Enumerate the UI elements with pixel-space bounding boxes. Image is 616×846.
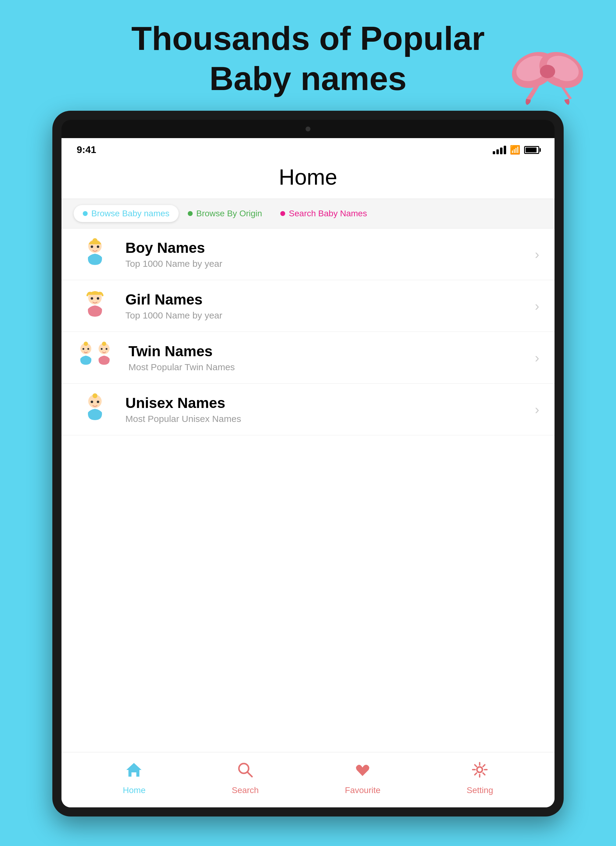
names-list: Boy Names Top 1000 Name by year › bbox=[62, 228, 554, 496]
boy-names-chevron: › bbox=[535, 247, 539, 262]
status-icons: 📶 bbox=[493, 145, 539, 155]
svg-point-13 bbox=[82, 348, 84, 350]
girl-names-emoji bbox=[77, 289, 113, 322]
favourite-icon bbox=[354, 761, 371, 783]
tablet-top-bar bbox=[62, 120, 554, 138]
nav-favourite-label: Favourite bbox=[345, 786, 381, 795]
unisex-names-chevron: › bbox=[535, 402, 539, 417]
svg-point-10 bbox=[91, 297, 93, 300]
svg-point-19 bbox=[102, 342, 106, 346]
girl-names-item[interactable]: Girl Names Top 1000 Name by year › bbox=[62, 280, 554, 332]
tab-dot-search bbox=[280, 211, 285, 216]
svg-point-14 bbox=[87, 348, 89, 350]
boy-names-item[interactable]: Boy Names Top 1000 Name by year › bbox=[62, 228, 554, 280]
boy-names-title: Boy Names bbox=[125, 239, 535, 256]
tab-label-origin: Browse By Origin bbox=[196, 209, 262, 219]
bow-decoration bbox=[510, 43, 585, 106]
tab-label-search: Search Baby Names bbox=[289, 209, 367, 219]
unisex-names-item[interactable]: Unisex Names Most Popular Unisex Names › bbox=[62, 383, 554, 435]
nav-favourite[interactable]: Favourite bbox=[345, 761, 381, 795]
svg-point-18 bbox=[106, 348, 107, 350]
search-icon bbox=[237, 761, 253, 783]
unisex-names-text: Unisex Names Most Popular Unisex Names bbox=[125, 395, 535, 424]
girl-names-text: Girl Names Top 1000 Name by year bbox=[125, 291, 535, 321]
twin-names-subtitle: Most Popular Twin Names bbox=[128, 362, 535, 372]
status-bar: 9:41 📶 bbox=[62, 138, 554, 159]
girl-names-chevron: › bbox=[535, 298, 539, 314]
svg-point-7 bbox=[97, 245, 99, 248]
svg-line-35 bbox=[475, 773, 476, 775]
tablet-frame: 9:41 📶 Home Browse Baby names bbox=[52, 111, 564, 817]
tablet-camera bbox=[306, 126, 310, 131]
battery-icon bbox=[524, 146, 539, 154]
tab-bar: Browse Baby names Browse By Origin Searc… bbox=[62, 199, 554, 228]
nav-home-label: Home bbox=[123, 786, 146, 795]
nav-setting[interactable]: Setting bbox=[466, 761, 493, 795]
svg-point-17 bbox=[101, 348, 103, 350]
svg-point-4 bbox=[540, 65, 555, 78]
bottom-nav: Home Search Favourite bbox=[62, 752, 554, 807]
nav-search-label: Search bbox=[232, 786, 259, 795]
girl-names-title: Girl Names bbox=[125, 291, 535, 308]
svg-marker-24 bbox=[126, 763, 141, 777]
boy-names-emoji bbox=[77, 238, 113, 271]
svg-point-15 bbox=[84, 342, 88, 346]
svg-point-8 bbox=[93, 238, 97, 243]
unisex-names-title: Unisex Names bbox=[125, 395, 535, 411]
boy-names-text: Boy Names Top 1000 Name by year bbox=[125, 239, 535, 269]
svg-point-22 bbox=[97, 401, 99, 403]
tab-browse-baby-names[interactable]: Browse Baby names bbox=[74, 205, 179, 222]
unisex-names-subtitle: Most Popular Unisex Names bbox=[125, 414, 535, 424]
nav-setting-label: Setting bbox=[466, 786, 493, 795]
nav-search[interactable]: Search bbox=[232, 761, 259, 795]
svg-point-27 bbox=[477, 767, 482, 773]
tab-dot-browse bbox=[83, 211, 88, 216]
twin-names-text: Twin Names Most Popular Twin Names bbox=[128, 343, 535, 372]
svg-point-23 bbox=[93, 393, 97, 398]
app-header-title: Home bbox=[62, 159, 554, 199]
unisex-names-emoji bbox=[77, 393, 113, 426]
tab-search-baby-names[interactable]: Search Baby Names bbox=[271, 205, 376, 222]
twin-names-item[interactable]: Twin Names Most Popular Twin Names › bbox=[62, 332, 554, 383]
tablet-screen: 9:41 📶 Home Browse Baby names bbox=[62, 138, 554, 807]
svg-point-21 bbox=[91, 401, 93, 403]
svg-line-26 bbox=[247, 772, 252, 777]
setting-icon bbox=[472, 761, 488, 783]
svg-line-33 bbox=[483, 773, 485, 775]
tab-browse-by-origin[interactable]: Browse By Origin bbox=[179, 205, 271, 222]
twin-names-chevron: › bbox=[535, 350, 539, 365]
svg-line-32 bbox=[475, 765, 476, 767]
girl-names-subtitle: Top 1000 Name by year bbox=[125, 310, 535, 321]
status-time: 9:41 bbox=[77, 144, 96, 156]
boy-names-subtitle: Top 1000 Name by year bbox=[125, 258, 535, 269]
nav-home[interactable]: Home bbox=[123, 761, 146, 795]
home-icon bbox=[126, 761, 143, 783]
svg-line-34 bbox=[483, 765, 485, 767]
tab-dot-origin bbox=[188, 211, 193, 216]
twin-names-title: Twin Names bbox=[128, 343, 535, 360]
wifi-icon: 📶 bbox=[510, 145, 520, 155]
svg-point-11 bbox=[97, 297, 99, 300]
twin-names-emoji bbox=[77, 341, 116, 374]
svg-point-6 bbox=[91, 245, 93, 248]
signal-bars-icon bbox=[493, 146, 506, 154]
tab-label-browse: Browse Baby names bbox=[91, 209, 169, 219]
